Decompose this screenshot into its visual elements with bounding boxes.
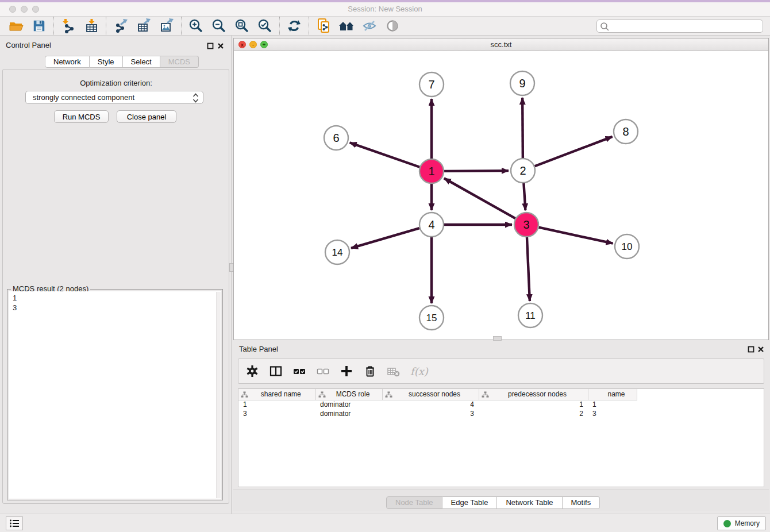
column-label: predecessor nodes	[508, 390, 567, 398]
delete-column-button[interactable]	[363, 364, 377, 378]
function-builder-button[interactable]: f(x)	[410, 364, 428, 378]
export-network-button[interactable]	[109, 17, 132, 34]
network-window-titlebar[interactable]: x - + scc.txt	[234, 38, 768, 51]
close-panel-button[interactable]: Close panel	[117, 110, 176, 123]
save-session-button[interactable]	[28, 17, 51, 34]
mcds-result-line: 1	[13, 293, 17, 303]
network-canvas[interactable]: 1234678910111415	[234, 51, 768, 340]
graph-edge-2-8[interactable]	[535, 137, 613, 166]
column-header-successor-nodes[interactable]: successor nodes	[382, 389, 479, 400]
tab-style[interactable]: Style	[90, 56, 123, 68]
optimization-select[interactable]: strongly connected component	[25, 91, 203, 104]
memory-status-icon	[723, 520, 731, 527]
network-minimize-button[interactable]: -	[249, 41, 257, 48]
control-panel-tabs: NetworkStyleSelectMCDS	[45, 56, 199, 68]
network-maximize-button[interactable]: +	[260, 41, 268, 48]
table-row[interactable]: 1dominator411	[238, 400, 637, 409]
hide-panel-button[interactable]	[358, 17, 381, 34]
fx-icon: f(x)	[410, 365, 428, 377]
graph-edge-2-9[interactable]	[522, 98, 523, 158]
run-mcds-button[interactable]: Run MCDS	[54, 110, 109, 123]
show-column-panel-button[interactable]	[269, 364, 283, 378]
export-table-button[interactable]	[132, 17, 155, 34]
cell-name[interactable]: 3	[588, 409, 637, 418]
graph-edge-1-6[interactable]	[350, 142, 420, 167]
column-header-name[interactable]: name	[588, 389, 637, 400]
status-bar: Memory	[0, 514, 770, 532]
table-row[interactable]: 3dominator323	[238, 409, 637, 418]
toolbar-separator	[279, 17, 280, 35]
tab-mcds[interactable]: MCDS	[160, 56, 199, 68]
cell-shared-name[interactable]: 1	[238, 400, 315, 409]
delete-table-button[interactable]	[387, 364, 401, 378]
tab-select[interactable]: Select	[123, 56, 160, 68]
table-tabs: Node TableEdge TableNetwork TableMotifs	[386, 496, 600, 509]
graph-edge-4-14[interactable]	[351, 228, 419, 248]
select-all-button[interactable]	[292, 364, 306, 378]
zoom-selected-button[interactable]	[253, 17, 276, 34]
column-header-shared-name[interactable]: shared name	[238, 389, 315, 400]
show-panel-button[interactable]	[381, 17, 404, 34]
graph-edge-1-2[interactable]	[444, 171, 509, 171]
graph-edge-2-3[interactable]	[523, 183, 525, 210]
apply-style-button[interactable]	[283, 17, 306, 34]
float-table-panel-icon[interactable]	[748, 346, 754, 353]
clone-network-icon	[315, 18, 332, 34]
search-icon	[600, 22, 610, 32]
float-panel-icon[interactable]	[207, 43, 214, 49]
zoom-in-button[interactable]	[184, 17, 207, 34]
search-input[interactable]	[596, 20, 763, 33]
optimization-value: strongly connected component	[33, 93, 134, 102]
mcds-result-area[interactable]: 13	[9, 291, 221, 499]
tab-network[interactable]: Network	[45, 56, 90, 68]
cell-shared-name[interactable]: 3	[238, 409, 315, 418]
tab-motifs[interactable]: Motifs	[563, 496, 600, 509]
graph-edge-3-10[interactable]	[538, 228, 613, 244]
import-network-button[interactable]	[57, 17, 80, 34]
network-close-button[interactable]: x	[238, 41, 246, 48]
graph-node-label-6: 6	[333, 132, 339, 144]
tab-edge-table[interactable]: Edge Table	[442, 496, 498, 509]
graph-node-label-14: 14	[332, 247, 343, 258]
graph-edge-3-11[interactable]	[527, 237, 530, 301]
close-panel-icon[interactable]	[217, 43, 224, 49]
cell-name[interactable]: 1	[588, 400, 637, 409]
zoom-fit-button[interactable]	[230, 17, 253, 34]
cell-successor-nodes[interactable]: 3	[382, 409, 479, 418]
create-column-button[interactable]	[340, 364, 353, 378]
cell-mcds-role[interactable]: dominator	[315, 400, 382, 409]
column-header-predecessor-nodes[interactable]: predecessor nodes	[479, 389, 588, 400]
graph-edge-3-1[interactable]	[444, 178, 515, 218]
cell-predecessor-nodes[interactable]: 2	[479, 409, 588, 418]
cell-predecessor-nodes[interactable]: 1	[479, 400, 588, 409]
zoom-out-button[interactable]	[207, 17, 230, 34]
export-image-button[interactable]	[155, 17, 178, 34]
network-resize-grip[interactable]	[493, 336, 502, 341]
tab-node-table[interactable]: Node Table	[386, 496, 442, 509]
deselect-all-icon	[316, 365, 330, 377]
import-table-button[interactable]	[80, 17, 103, 34]
list-icon	[9, 519, 20, 528]
close-table-panel-icon[interactable]	[757, 346, 764, 353]
memory-button[interactable]: Memory	[717, 516, 766, 530]
task-history-button[interactable]	[6, 516, 23, 530]
toolbar-separator	[309, 17, 309, 35]
cell-mcds-role[interactable]: dominator	[315, 409, 382, 418]
deselect-all-button[interactable]	[316, 364, 330, 378]
zoom-fit-icon	[234, 18, 249, 33]
graph-node-label-1: 1	[428, 165, 434, 178]
first-neighbors-button[interactable]	[335, 17, 358, 34]
graph-node-label-3: 3	[523, 218, 529, 231]
clone-network-button[interactable]	[312, 17, 335, 34]
column-header-mcds-role[interactable]: MCDS role	[315, 389, 382, 400]
tab-network-table[interactable]: Network Table	[497, 496, 562, 509]
open-session-button[interactable]	[5, 17, 28, 34]
mcds-result-line: 3	[13, 303, 17, 313]
cell-successor-nodes[interactable]: 4	[382, 400, 479, 409]
trash-icon	[364, 365, 376, 377]
network-graph[interactable]: 1234678910111415	[234, 51, 768, 340]
table-settings-button[interactable]	[245, 364, 259, 378]
result-scrollbar[interactable]	[216, 292, 221, 498]
mcds-result-group: MCDS result (2 nodes) 13	[7, 289, 223, 500]
network-title: scc.txt	[234, 38, 768, 51]
